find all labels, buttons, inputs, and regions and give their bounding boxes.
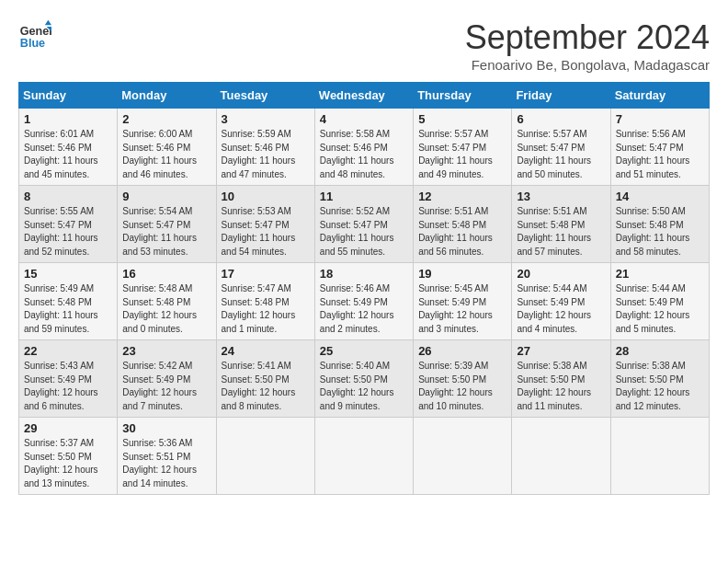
day-info: Sunrise: 5:54 AM Sunset: 5:47 PM Dayligh… [122, 205, 210, 259]
day-number: 3 [222, 112, 310, 126]
day-number: 7 [616, 112, 704, 126]
month-title: September 2024 [465, 18, 710, 57]
day-info: Sunrise: 5:38 AM Sunset: 5:50 PM Dayligh… [616, 360, 704, 413]
day-info: Sunrise: 5:36 AM Sunset: 5:51 PM Dayligh… [122, 437, 210, 490]
day-info: Sunrise: 5:39 AM Sunset: 5:50 PM Dayligh… [418, 360, 506, 413]
day-info: Sunrise: 5:57 AM Sunset: 5:47 PM Dayligh… [517, 128, 605, 181]
day-info: Sunrise: 5:57 AM Sunset: 5:47 PM Dayligh… [418, 128, 506, 181]
logo: General Blue [18, 18, 51, 52]
day-info: Sunrise: 5:49 AM Sunset: 5:48 PM Dayligh… [24, 282, 112, 336]
col-monday: Monday [118, 83, 216, 109]
day-number: 28 [616, 344, 704, 358]
day-number: 5 [418, 112, 506, 126]
table-row: 15 Sunrise: 5:49 AM Sunset: 5:48 PM Dayl… [19, 263, 118, 340]
day-number: 27 [517, 344, 605, 358]
day-info: Sunrise: 5:46 AM Sunset: 5:49 PM Dayligh… [320, 282, 408, 336]
table-row: 30 Sunrise: 5:36 AM Sunset: 5:51 PM Dayl… [118, 418, 216, 495]
table-row: 13 Sunrise: 5:51 AM Sunset: 5:48 PM Dayl… [512, 186, 610, 263]
table-row: 7 Sunrise: 5:56 AM Sunset: 5:47 PM Dayli… [610, 109, 709, 186]
table-row: 5 Sunrise: 5:57 AM Sunset: 5:47 PM Dayli… [414, 109, 512, 186]
day-number: 19 [418, 267, 506, 281]
day-info: Sunrise: 5:48 AM Sunset: 5:48 PM Dayligh… [122, 282, 210, 336]
table-row [216, 418, 314, 495]
day-info: Sunrise: 5:45 AM Sunset: 5:49 PM Dayligh… [418, 282, 506, 336]
day-number: 4 [320, 112, 408, 126]
calendar-week-row: 8 Sunrise: 5:55 AM Sunset: 5:47 PM Dayli… [19, 186, 710, 263]
day-number: 25 [320, 344, 408, 358]
table-row: 1 Sunrise: 6:01 AM Sunset: 5:46 PM Dayli… [19, 109, 118, 186]
col-sunday: Sunday [19, 83, 118, 109]
table-row: 28 Sunrise: 5:38 AM Sunset: 5:50 PM Dayl… [610, 340, 709, 418]
day-number: 30 [122, 421, 210, 435]
day-info: Sunrise: 5:37 AM Sunset: 5:50 PM Dayligh… [24, 437, 112, 490]
day-info: Sunrise: 5:53 AM Sunset: 5:47 PM Dayligh… [222, 205, 310, 259]
day-number: 12 [418, 190, 506, 203]
page-header: General Blue September 2024 Fenoarivo Be… [18, 18, 710, 73]
table-row: 19 Sunrise: 5:45 AM Sunset: 5:49 PM Dayl… [414, 263, 512, 340]
table-row [512, 418, 610, 495]
day-number: 24 [222, 344, 310, 358]
day-info: Sunrise: 5:41 AM Sunset: 5:50 PM Dayligh… [222, 360, 310, 413]
table-row: 16 Sunrise: 5:48 AM Sunset: 5:48 PM Dayl… [118, 263, 216, 340]
day-info: Sunrise: 5:56 AM Sunset: 5:47 PM Dayligh… [616, 128, 704, 181]
day-info: Sunrise: 5:40 AM Sunset: 5:50 PM Dayligh… [320, 360, 408, 413]
calendar-week-row: 15 Sunrise: 5:49 AM Sunset: 5:48 PM Dayl… [19, 263, 710, 340]
day-number: 16 [122, 267, 210, 281]
day-info: Sunrise: 5:44 AM Sunset: 5:49 PM Dayligh… [616, 282, 704, 336]
col-tuesday: Tuesday [216, 83, 314, 109]
table-row: 8 Sunrise: 5:55 AM Sunset: 5:47 PM Dayli… [19, 186, 118, 263]
day-number: 11 [320, 190, 408, 203]
day-info: Sunrise: 5:42 AM Sunset: 5:49 PM Dayligh… [122, 360, 210, 413]
col-wednesday: Wednesday [314, 83, 413, 109]
table-row: 3 Sunrise: 5:59 AM Sunset: 5:46 PM Dayli… [216, 109, 314, 186]
day-number: 21 [616, 267, 704, 281]
day-info: Sunrise: 5:51 AM Sunset: 5:48 PM Dayligh… [517, 205, 605, 259]
calendar-week-row: 29 Sunrise: 5:37 AM Sunset: 5:50 PM Dayl… [19, 418, 710, 495]
svg-text:Blue: Blue [20, 37, 45, 50]
day-info: Sunrise: 6:00 AM Sunset: 5:46 PM Dayligh… [122, 128, 210, 181]
day-number: 9 [122, 190, 210, 203]
location-subtitle: Fenoarivo Be, Bongolava, Madagascar [465, 57, 710, 73]
table-row [314, 418, 413, 495]
day-info: Sunrise: 5:51 AM Sunset: 5:48 PM Dayligh… [418, 205, 506, 259]
col-friday: Friday [512, 83, 610, 109]
table-row: 20 Sunrise: 5:44 AM Sunset: 5:49 PM Dayl… [512, 263, 610, 340]
col-thursday: Thursday [414, 83, 512, 109]
day-number: 2 [122, 112, 210, 126]
table-row: 14 Sunrise: 5:50 AM Sunset: 5:48 PM Dayl… [610, 186, 709, 263]
calendar-week-row: 22 Sunrise: 5:43 AM Sunset: 5:49 PM Dayl… [19, 340, 710, 418]
day-info: Sunrise: 5:38 AM Sunset: 5:50 PM Dayligh… [517, 360, 605, 413]
table-row: 12 Sunrise: 5:51 AM Sunset: 5:48 PM Dayl… [414, 186, 512, 263]
table-row: 17 Sunrise: 5:47 AM Sunset: 5:48 PM Dayl… [216, 263, 314, 340]
table-row: 21 Sunrise: 5:44 AM Sunset: 5:49 PM Dayl… [610, 263, 709, 340]
day-info: Sunrise: 5:52 AM Sunset: 5:47 PM Dayligh… [320, 205, 408, 259]
day-number: 22 [24, 344, 112, 358]
day-info: Sunrise: 5:59 AM Sunset: 5:46 PM Dayligh… [222, 128, 310, 181]
day-number: 23 [122, 344, 210, 358]
day-number: 17 [222, 267, 310, 281]
day-number: 14 [616, 190, 704, 203]
table-row: 22 Sunrise: 5:43 AM Sunset: 5:49 PM Dayl… [19, 340, 118, 418]
day-info: Sunrise: 5:43 AM Sunset: 5:49 PM Dayligh… [24, 360, 112, 413]
table-row: 4 Sunrise: 5:58 AM Sunset: 5:46 PM Dayli… [314, 109, 413, 186]
day-number: 20 [517, 267, 605, 281]
table-row: 27 Sunrise: 5:38 AM Sunset: 5:50 PM Dayl… [512, 340, 610, 418]
day-number: 1 [24, 112, 112, 126]
table-row: 23 Sunrise: 5:42 AM Sunset: 5:49 PM Dayl… [118, 340, 216, 418]
calendar-table: Sunday Monday Tuesday Wednesday Thursday… [18, 82, 710, 495]
table-row [414, 418, 512, 495]
table-row: 6 Sunrise: 5:57 AM Sunset: 5:47 PM Dayli… [512, 109, 610, 186]
day-number: 8 [24, 190, 112, 203]
day-number: 26 [418, 344, 506, 358]
calendar-header-row: Sunday Monday Tuesday Wednesday Thursday… [19, 83, 710, 109]
table-row: 11 Sunrise: 5:52 AM Sunset: 5:47 PM Dayl… [314, 186, 413, 263]
day-number: 18 [320, 267, 408, 281]
table-row [610, 418, 709, 495]
table-row: 9 Sunrise: 5:54 AM Sunset: 5:47 PM Dayli… [118, 186, 216, 263]
day-number: 6 [517, 112, 605, 126]
svg-marker-2 [45, 20, 51, 25]
table-row: 18 Sunrise: 5:46 AM Sunset: 5:49 PM Dayl… [314, 263, 413, 340]
table-row: 2 Sunrise: 6:00 AM Sunset: 5:46 PM Dayli… [118, 109, 216, 186]
title-block: September 2024 Fenoarivo Be, Bongolava, … [465, 18, 710, 73]
day-number: 15 [24, 267, 112, 281]
